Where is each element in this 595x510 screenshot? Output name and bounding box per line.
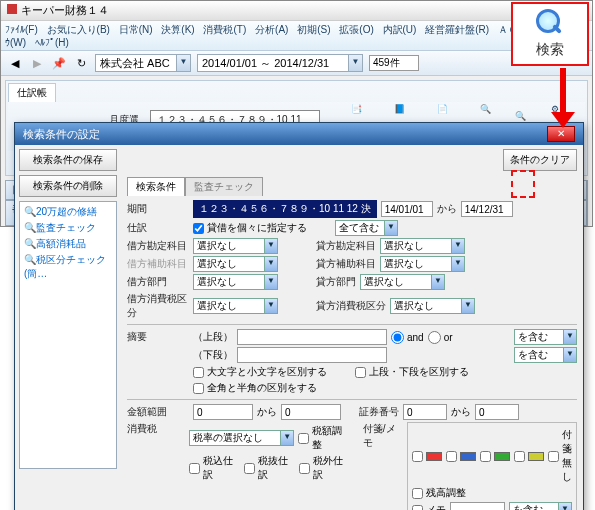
dialog-titlebar[interactable]: 検索条件の設定 ✕ [15,123,583,145]
date-from-field[interactable]: 14/01/01 [381,201,433,217]
zan-check[interactable]: 残高調整 [412,486,466,500]
memo-text[interactable] [450,502,505,510]
acct-label-r: 貸方補助科目 [316,257,376,271]
menu-init[interactable]: 初期(S) [297,24,330,35]
amount-to-field[interactable]: 0 [281,404,341,420]
memo-check[interactable]: メモ [412,503,446,510]
favorite-item[interactable]: 🔍20万超の修繕 [22,204,114,220]
app-titlebar: キーパー財務１４ [1,1,592,21]
tax-in-check[interactable]: 税込仕訳 [189,454,240,482]
menu-daily[interactable]: 日常(N) [119,24,153,35]
magnifier-icon [536,9,564,37]
include-lower-select[interactable]: を含む▼ [514,347,577,363]
tax-label: 消費税 [127,422,185,436]
date-to-field[interactable]: 14/12/31 [461,201,513,217]
journal-tab[interactable]: 仕訳帳 [8,83,56,102]
count-field: 459件 [369,55,419,71]
amount-from-field[interactable]: 0 [193,404,253,420]
favorite-item[interactable]: 🔍監査チェック [22,220,114,236]
clear-conditions-button[interactable]: 条件のクリア [503,149,577,171]
acct-left-select[interactable]: 選択なし▼ [193,298,278,314]
memo-include[interactable]: を含む▼ [509,502,572,510]
menu-file[interactable]: ﾌｧｲﾙ(F) [5,24,38,35]
acct-label: 借方勘定科目 [127,239,189,253]
tag-green[interactable] [480,451,510,462]
menu-tax[interactable]: 消費税(T) [203,24,246,35]
tag-none[interactable]: 付箋無し [548,428,572,484]
nav-back-icon[interactable]: ◀ [7,55,23,71]
menu-kessan[interactable]: 決算(K) [161,24,194,35]
tax-out-check[interactable]: 税外仕訳 [299,454,350,482]
period-months[interactable]: １２３・４５６・７８９・10 11 12 決 [193,200,377,218]
menu-help[interactable]: ﾍﾙﾌﾟ(H) [35,37,69,48]
acct-left-select[interactable]: 選択なし▼ [193,274,278,290]
tax-rate-select[interactable]: 税率の選択なし▼ [189,430,294,446]
search-callout: 検索 [511,2,589,66]
acct-label-r: 貸方勘定科目 [316,239,376,253]
toolbar-company: ◀ ▶ 📌 ↻ 株式会社 ABC▼ 2014/01/01 ～ 2014/12/3… [1,51,592,76]
period-label: 期間 [127,202,189,216]
tax-int-check[interactable]: 税額調整 [298,424,349,452]
tax-ex-check[interactable]: 税抜仕訳 [244,454,295,482]
menu-ext[interactable]: 拡張(O) [339,24,373,35]
acct-right-select[interactable]: 選択なし▼ [390,298,475,314]
tag-blue[interactable] [446,451,476,462]
slip-from-field[interactable]: 0 [403,404,447,420]
individual-check[interactable]: 貸借を個々に指定する [193,221,307,235]
tag-yellow[interactable] [514,451,544,462]
zenkaku-check[interactable]: 全角と半角の区別をする [193,381,317,395]
acct-right-select[interactable]: 選択なし▼ [380,256,465,272]
tab-search-cond[interactable]: 検索条件 [127,177,185,196]
amount-label: 金額範囲 [127,405,189,419]
favorites-listbox[interactable]: 🔍20万超の修繕 🔍監査チェック 🔍高額消耗品 🔍税区分チェック(簡… [19,201,117,469]
refresh-icon[interactable]: ↻ [73,55,89,71]
tekiyo-label: 摘要 [127,330,189,344]
shiwake-label: 仕訳 [127,221,189,235]
menu-detail[interactable]: 内訳(U) [383,24,417,35]
menu-fav[interactable]: お気に入り(B) [47,24,110,35]
company-combo[interactable]: 株式会社 ABC▼ [95,54,191,72]
daterange-combo[interactable]: 2014/01/01 ～ 2014/12/31▼ [197,54,363,72]
delete-conditions-button[interactable]: 検索条件の削除 [19,175,117,197]
acct-label: 借方消費税区分 [127,292,189,320]
acct-label-r: 貸方消費税区分 [316,299,386,313]
tab-audit-check[interactable]: 監査チェック [185,177,263,196]
favorite-item[interactable]: 🔍高額消耗品 [22,236,114,252]
and-radio[interactable]: and [391,331,424,344]
include-upper-select[interactable]: を含む▼ [514,329,577,345]
acct-label: 借方部門 [127,275,189,289]
pin-icon[interactable]: 📌 [51,55,67,71]
nav-fwd-icon[interactable]: ▶ [29,55,45,71]
upper-text-field[interactable] [237,329,387,345]
acct-label: 借方補助科目 [127,257,189,271]
dan-check[interactable]: 上段・下段を区別する [355,365,469,379]
search-dialog: 検索条件の設定 ✕ 検索条件の保存 検索条件の削除 🔍20万超の修繕 🔍監査チェ… [14,122,584,510]
favorite-item[interactable]: 🔍税区分チェック(簡… [22,252,114,282]
acct-left-select[interactable]: 選択なし▼ [193,238,278,254]
close-icon[interactable]: ✕ [547,126,575,142]
menubar[interactable]: ﾌｧｲﾙ(F) お気に入り(B) 日常(N) 決算(K) 消費税(T) 分析(A… [1,21,592,51]
acct-right-select[interactable]: 選択なし▼ [380,238,465,254]
shiwake-select[interactable]: 全て含む▼ [335,220,398,236]
menu-compass[interactable]: 経営羅針盤(R) [425,24,489,35]
slip-label: 証券番号 [359,405,399,419]
tag-red[interactable] [412,451,442,462]
save-conditions-button[interactable]: 検索条件の保存 [19,149,117,171]
acct-left-select[interactable]: 選択なし▼ [193,256,278,272]
acct-label-r: 貸方部門 [316,275,356,289]
or-radio[interactable]: or [428,331,453,344]
lower-text-field[interactable] [237,347,387,363]
fusen-label: 付箋/メモ [363,422,403,450]
menu-analysis[interactable]: 分析(A) [255,24,288,35]
search-callout-label: 検索 [536,41,564,59]
case-check[interactable]: 大文字と小文字を区別する [193,365,327,379]
acct-right-select[interactable]: 選択なし▼ [360,274,445,290]
slip-to-field[interactable]: 0 [475,404,519,420]
